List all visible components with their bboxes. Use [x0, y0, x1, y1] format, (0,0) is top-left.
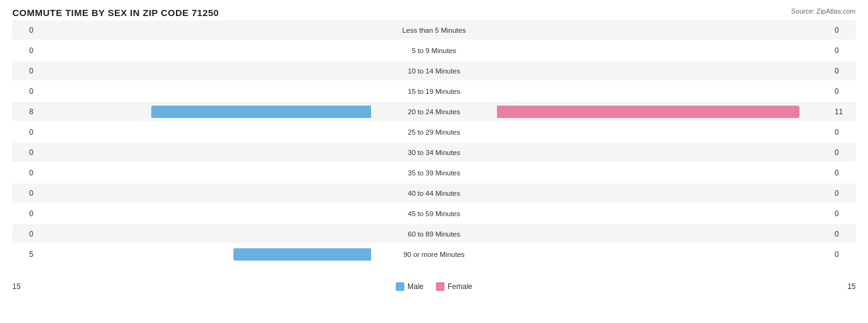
left-value: 0	[12, 87, 37, 96]
legend-female: Female	[436, 282, 472, 291]
right-bar-container	[496, 64, 831, 78]
bars-section: 5 to 9 Minutes	[37, 41, 831, 60]
bars-section: 25 to 29 Minutes	[37, 122, 831, 141]
right-bar-container	[496, 207, 831, 220]
right-bar-container	[496, 187, 831, 200]
legend-female-label: Female	[448, 282, 472, 291]
right-bar-container	[496, 125, 831, 139]
left-bar-container	[37, 248, 372, 261]
right-bar-container	[496, 248, 831, 261]
right-value: 0	[831, 128, 856, 136]
table-row: 5 90 or more Minutes 0	[12, 245, 856, 264]
row-label: 60 to 89 Minutes	[372, 230, 496, 238]
bar-male	[151, 106, 371, 118]
bar-female	[497, 106, 799, 118]
bars-section: 30 to 34 Minutes	[37, 143, 831, 162]
left-bar-container	[37, 166, 372, 180]
left-bar-container	[37, 64, 372, 78]
table-row: 0 5 to 9 Minutes 0	[12, 41, 856, 60]
table-row: 0 40 to 44 Minutes 0	[12, 183, 856, 203]
table-row: 0 35 to 39 Minutes 0	[12, 163, 856, 182]
chart-footer: 15 Male Female 15	[12, 282, 856, 291]
source-label: Source: ZipAtlas.com	[791, 7, 856, 15]
left-bar-container	[37, 207, 372, 220]
left-value: 0	[12, 230, 37, 238]
right-value: 0	[831, 148, 856, 157]
row-label: 25 to 29 Minutes	[372, 128, 496, 136]
table-row: 0 Less than 5 Minutes 0	[12, 20, 856, 40]
left-bar-container	[37, 125, 372, 139]
footer-left-value: 15	[12, 282, 37, 291]
bars-section: 90 or more Minutes	[37, 245, 831, 264]
right-bar-container	[496, 146, 831, 159]
row-label: Less than 5 Minutes	[372, 27, 496, 34]
right-bar-container	[496, 105, 831, 119]
right-bar-container	[496, 44, 831, 57]
row-label: 90 or more Minutes	[372, 251, 496, 258]
table-row: 8 20 to 24 Minutes 11	[12, 102, 856, 121]
right-value: 0	[831, 169, 856, 177]
right-value: 0	[831, 26, 856, 35]
legend-male-box	[396, 282, 404, 291]
right-value: 0	[831, 46, 856, 55]
left-value: 0	[12, 189, 37, 198]
left-bar-container	[37, 187, 372, 200]
right-bar-container	[496, 23, 831, 37]
chart-title: COMMUTE TIME BY SEX IN ZIP CODE 71250	[12, 7, 856, 18]
row-label: 20 to 24 Minutes	[372, 108, 496, 115]
left-value: 0	[12, 26, 37, 35]
table-row: 0 15 to 19 Minutes 0	[12, 82, 856, 101]
legend-male: Male	[396, 282, 424, 291]
right-value: 0	[831, 209, 856, 218]
left-bar-container	[37, 23, 372, 37]
row-label: 35 to 39 Minutes	[372, 169, 496, 177]
bars-section: 35 to 39 Minutes	[37, 163, 831, 182]
chart-container: COMMUTE TIME BY SEX IN ZIP CODE 71250 So…	[0, 0, 868, 323]
left-value: 0	[12, 67, 37, 75]
left-value: 0	[12, 46, 37, 55]
left-value: 0	[12, 209, 37, 218]
table-row: 0 25 to 29 Minutes 0	[12, 122, 856, 141]
left-bar-container	[37, 85, 372, 98]
row-label: 40 to 44 Minutes	[372, 190, 496, 197]
left-value: 0	[12, 128, 37, 136]
row-label: 5 to 9 Minutes	[372, 47, 496, 54]
left-value: 0	[12, 148, 37, 157]
right-value: 11	[831, 107, 856, 116]
table-row: 0 60 to 89 Minutes 0	[12, 224, 856, 243]
left-bar-container	[37, 105, 372, 119]
left-bar-container	[37, 44, 372, 57]
right-value: 0	[831, 230, 856, 238]
right-value: 0	[831, 87, 856, 96]
footer-right-value: 15	[831, 282, 856, 291]
left-value: 5	[12, 250, 37, 259]
legend-male-label: Male	[407, 282, 424, 291]
bars-section: 10 to 14 Minutes	[37, 61, 831, 80]
chart-area: 0 Less than 5 Minutes 0 0 5 to 9 Minutes	[12, 20, 856, 280]
bars-section: 15 to 19 Minutes	[37, 82, 831, 101]
bars-section: 20 to 24 Minutes	[37, 102, 831, 121]
bars-section: 40 to 44 Minutes	[37, 183, 831, 203]
row-label: 15 to 19 Minutes	[372, 88, 496, 95]
bars-section: 45 to 59 Minutes	[37, 204, 831, 223]
left-value: 8	[12, 107, 37, 116]
table-row: 0 10 to 14 Minutes 0	[12, 61, 856, 80]
table-row: 0 45 to 59 Minutes 0	[12, 204, 856, 223]
right-bar-container	[496, 166, 831, 180]
row-label: 10 to 14 Minutes	[372, 67, 496, 75]
bars-section: Less than 5 Minutes	[37, 20, 831, 40]
legend-female-box	[436, 282, 444, 291]
left-value: 0	[12, 169, 37, 177]
legend: Male Female	[396, 282, 472, 291]
left-bar-container	[37, 227, 372, 241]
right-value: 0	[831, 67, 856, 75]
bar-male	[233, 248, 371, 261]
bars-section: 60 to 89 Minutes	[37, 224, 831, 243]
right-value: 0	[831, 189, 856, 198]
left-bar-container	[37, 146, 372, 159]
row-label: 30 to 34 Minutes	[372, 149, 496, 156]
right-bar-container	[496, 85, 831, 98]
right-bar-container	[496, 227, 831, 241]
table-row: 0 30 to 34 Minutes 0	[12, 143, 856, 162]
row-label: 45 to 59 Minutes	[372, 210, 496, 217]
